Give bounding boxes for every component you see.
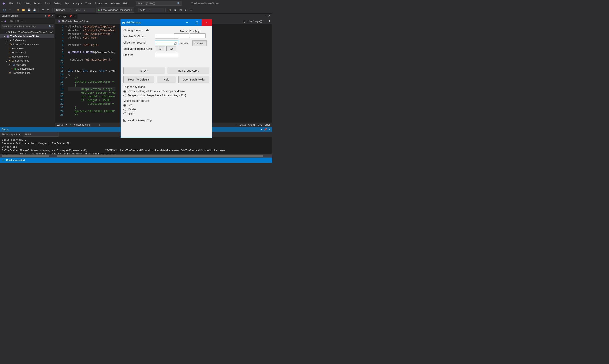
menu-extensions[interactable]: Extensions — [95, 2, 107, 5]
output-pin-icon[interactable]: 📌 — [264, 128, 267, 131]
mouse-y-input[interactable] — [190, 33, 205, 38]
tree-header-files[interactable]: 🗀Header Files — [0, 51, 54, 54]
collapse-icon[interactable]: ☰ — [21, 20, 23, 23]
reset-button[interactable]: Reset To Defaults — [123, 76, 154, 83]
refresh-icon[interactable]: ⟳ — [17, 20, 19, 23]
editor-settings-icon[interactable]: ⚙ — [268, 15, 271, 18]
menu-project[interactable]: Project — [34, 2, 41, 5]
switch-view-icon[interactable]: ◆ — [4, 20, 6, 23]
menu-view[interactable]: View — [25, 2, 30, 5]
open-file-icon[interactable]: 📂 — [22, 8, 26, 12]
menu-help[interactable]: Help — [123, 2, 128, 5]
trigger-key2[interactable]: 32 — [166, 46, 176, 51]
tree-resource-files[interactable]: 🗀Resource Files — [0, 54, 54, 59]
always-top-checkbox[interactable] — [123, 119, 126, 121]
save-icon[interactable]: 💾 — [27, 8, 31, 12]
tree-form-files[interactable]: 🗀Form Files — [0, 46, 54, 51]
mbtn-title: Mouse Button To Click — [123, 99, 209, 102]
menu-tools[interactable]: Tools — [85, 2, 91, 5]
menu-test[interactable]: Test — [65, 2, 69, 5]
open-batch-button[interactable]: Open Batch Folder — [178, 76, 209, 83]
random-label: Random — [178, 42, 188, 45]
dialog-titlebar[interactable]: ▣ MainWindow ─ ☐ ✕ — [121, 19, 212, 26]
minimize-button[interactable]: ─ — [182, 19, 192, 26]
tree-source-files[interactable]: ◢●🗀Source Files — [0, 59, 54, 63]
tab-main-cpp[interactable]: main.cpp 📌 ✕ — [55, 13, 78, 19]
redo-icon[interactable]: ↷ — [46, 8, 50, 12]
home-icon[interactable]: ⌂ — [1, 20, 3, 23]
solution-toolbar: ⌂ ◆ | ⊙▾ | ⟳ ☰ ▫ — [0, 18, 55, 24]
mbtn-right-radio[interactable]: Right — [123, 112, 209, 115]
tree-external-deps[interactable]: ▷🗀External Dependencies — [0, 42, 54, 46]
tab-close-icon[interactable]: ✕ — [73, 15, 76, 18]
editor-scope-combo[interactable]: rgc, char * argv[])▼ — [241, 19, 267, 23]
editor-project-combo[interactable]: ▣TheFastestMouseClicker — [56, 19, 91, 23]
new-project-icon[interactable]: ▦ — [16, 8, 20, 12]
vs-logo-icon: ◆ — [2, 1, 6, 5]
pin-icon[interactable]: 📌 — [47, 14, 50, 17]
toolbar-icon-1[interactable]: ▢ — [168, 8, 172, 12]
tree-references[interactable]: ▷▪References — [0, 38, 54, 42]
tree-project[interactable]: ◢▣TheFastestMouseClicker — [0, 34, 54, 38]
solution-tree: ◇Solution 'TheFastestMouseClicker' (1 of… — [0, 29, 55, 76]
tree-mainwindow-ui[interactable]: ●▣MainWindow.ui — [0, 67, 54, 71]
mouse-x-input[interactable] — [174, 33, 189, 38]
nav-back-icon[interactable]: ◯ — [2, 8, 7, 12]
bottom-scrollbar[interactable] — [0, 155, 272, 157]
tkm-press-radio[interactable]: Press (clicking while: key <13> keeps hi… — [123, 90, 209, 93]
undo-icon[interactable]: ↶ — [41, 8, 45, 12]
play-icon: ▶ — [98, 9, 100, 12]
menu-window[interactable]: Window — [111, 2, 120, 5]
stop-button[interactable]: STOP! — [123, 67, 165, 74]
tree-solution-root[interactable]: ◇Solution 'TheFastestMouseClicker' (1 of — [0, 30, 54, 34]
toolbar-icon-3[interactable]: ▤ — [178, 8, 183, 12]
tree-main-cpp[interactable]: ▷⧉main.cpp — [0, 63, 54, 67]
editor-split-icon[interactable]: ⬍ — [269, 20, 271, 23]
main-toolbar: ◯ ▾ ▦ 📂 💾 💾 ↶ ↷ Release▼ x64▼ ▶ Local Wi… — [0, 7, 272, 13]
editor-dropdown-icon[interactable]: ▾ — [265, 15, 267, 18]
auto-combo[interactable]: Auto▼ — [138, 8, 163, 12]
close-icon[interactable]: ✕ — [51, 14, 53, 17]
quick-search[interactable]: Search (Ctrl+Q) 🔍 — [135, 1, 182, 6]
config-combo[interactable]: Release▼ — [54, 8, 73, 12]
params-button[interactable]: Params... — [192, 40, 207, 46]
properties-icon[interactable]: ▫ — [25, 20, 26, 23]
search-placeholder: Search Solution Explorer (Ctrl+;) — [2, 25, 36, 28]
trigger-key1[interactable]: 13 — [155, 46, 165, 51]
solution-search[interactable]: Search Solution Explorer (Ctrl+;) 🔍 ▾ — [1, 24, 54, 29]
zoom-label[interactable]: 100 % — [56, 123, 63, 126]
menu-file[interactable]: File — [9, 2, 13, 5]
scope-icon[interactable]: ⊙▾ — [10, 20, 13, 23]
tab-pin-icon[interactable]: 📌 — [69, 15, 72, 18]
check-icon: ✔ — [69, 123, 71, 126]
output-from-combo[interactable]: Build — [24, 132, 58, 137]
tkm-toggle-radio[interactable]: Toggle (clicking begin: key <13>, end: k… — [123, 94, 209, 97]
mbtn-left-radio[interactable]: Left — [123, 104, 209, 107]
start-debug-button[interactable]: ▶ Local Windows Debugger ▾ — [96, 8, 134, 13]
output-dropdown-icon[interactable]: ▾ — [261, 128, 262, 131]
help-button[interactable]: Help — [157, 76, 176, 83]
solution-title: TheFastestMouseClicker — [191, 2, 219, 5]
menu-debug[interactable]: Debug — [54, 2, 61, 5]
mbtn-middle-radio[interactable]: Middle — [123, 108, 209, 111]
menu-edit[interactable]: Edit — [17, 2, 21, 5]
toolbar-icon-2[interactable]: ▣ — [173, 8, 177, 12]
run-group-button[interactable]: Run Group App... — [168, 67, 209, 74]
menu-build[interactable]: Build — [45, 2, 51, 5]
random-checkbox[interactable] — [174, 42, 176, 44]
menu-analyze[interactable]: Analyze — [73, 2, 82, 5]
stop-at-input[interactable] — [155, 53, 178, 57]
save-all-icon[interactable]: 💾 — [32, 8, 37, 12]
tree-translation-files[interactable]: 🗀Translation Files — [0, 71, 54, 75]
issues-label: No issues found — [74, 123, 91, 126]
nav-fwd-icon[interactable]: ▾ — [8, 8, 12, 12]
search-icon: 🔍 — [49, 25, 52, 28]
maximize-button[interactable]: ☐ — [192, 19, 202, 26]
toolbar-icon-5[interactable]: ☰ — [189, 8, 193, 12]
panel-dropdown-icon[interactable]: ▾ — [45, 14, 46, 17]
output-close-icon[interactable]: ✕ — [269, 128, 271, 131]
toolbar-icon-4[interactable]: ⟳ — [184, 8, 188, 12]
close-button[interactable]: ✕ — [202, 19, 212, 26]
menu-bar: ◆ File Edit View Project Build Debug Tes… — [0, 0, 272, 7]
platform-combo[interactable]: x64▼ — [74, 8, 95, 12]
